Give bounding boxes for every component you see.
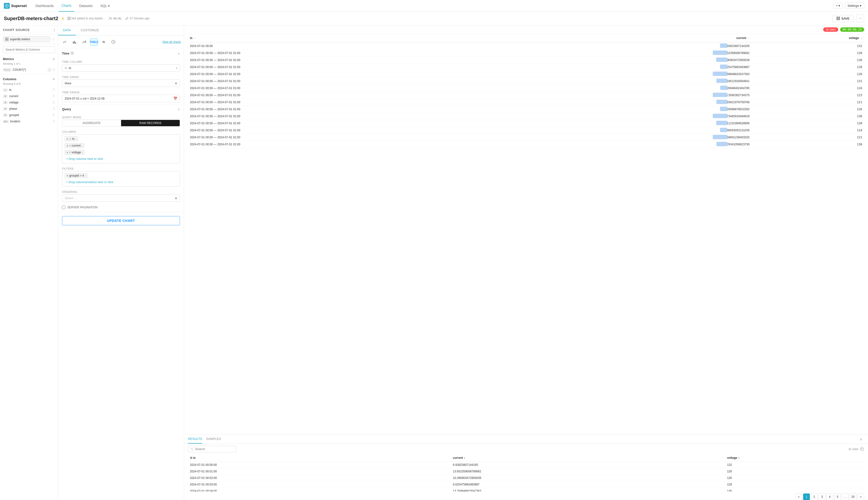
rows-badge: 1k rows bbox=[823, 27, 838, 32]
query-section-header[interactable]: Query ∧ bbox=[58, 104, 184, 114]
dashboard-meta: Not added to any dashb... bbox=[67, 17, 105, 20]
col-type-groupid: # bbox=[3, 114, 8, 117]
nav-sql[interactable]: SQL ▾ bbox=[97, 0, 112, 12]
time-range-group: TIME RANGE 2024-07-01 ≤ col < 2024-12-06… bbox=[58, 89, 184, 104]
result-cell-ts: 2024-07-01 00:03:00 bbox=[188, 481, 451, 488]
metric-drag-handle[interactable]: ⠿ bbox=[53, 68, 55, 72]
time-range-input[interactable]: 2024-07-01 ≤ col < 2024-12-06 📅 bbox=[62, 95, 180, 102]
ordering-select[interactable]: Select ... ∨ bbox=[62, 194, 180, 202]
chart-type-time[interactable] bbox=[109, 38, 117, 46]
add-button[interactable]: + ▾ bbox=[833, 3, 843, 9]
time-column-group: TIME COLUMN ⊙ ts › bbox=[58, 58, 184, 73]
th-ts[interactable]: ts ↕ bbox=[188, 34, 542, 42]
metrics-collapse-icon[interactable]: ∧ bbox=[53, 57, 55, 61]
favorite-star-icon[interactable]: ★ bbox=[61, 16, 65, 20]
save-icon bbox=[836, 17, 840, 20]
page-4-button[interactable]: 4 bbox=[826, 493, 833, 500]
chart-type-bar[interactable] bbox=[71, 38, 79, 46]
cell-voltage: 123 bbox=[752, 92, 864, 99]
chart-type-line[interactable] bbox=[61, 38, 69, 46]
results-collapse-icon[interactable]: ∧ bbox=[858, 437, 864, 441]
cell-current: 10.083621978759766 bbox=[542, 99, 752, 106]
col-drag-ts[interactable]: ⠿ bbox=[53, 88, 55, 92]
th-current[interactable]: current ↕ bbox=[542, 34, 752, 42]
more-options-button[interactable]: ··· bbox=[857, 14, 864, 22]
rth-voltage[interactable]: voltage ↕ bbox=[725, 454, 864, 462]
result-cell-voltage: 129 bbox=[725, 481, 864, 488]
datasource-more-icon[interactable]: ⋮ bbox=[51, 37, 55, 41]
page-3-button[interactable]: 3 bbox=[819, 493, 825, 500]
ordering-label: ORDERING bbox=[62, 190, 180, 193]
next-page-button[interactable]: » bbox=[857, 493, 864, 500]
nav-datasets[interactable]: Datasets bbox=[76, 0, 95, 12]
cell-voltage: 121 bbox=[752, 134, 864, 141]
search-metrics-input[interactable] bbox=[3, 46, 55, 53]
columns-input[interactable]: ✕ ⊙ ts › ✕ # current › bbox=[62, 134, 180, 163]
rth-current[interactable]: current ↕ bbox=[451, 454, 725, 462]
metric-label: COUNT(*) bbox=[13, 68, 46, 71]
tab-data[interactable]: DATA bbox=[58, 25, 76, 35]
server-pagination-checkbox[interactable] bbox=[62, 206, 66, 209]
add-filter-button[interactable]: + Drop columns/metrics here or click bbox=[64, 180, 178, 185]
col-drag-groupid[interactable]: ⠿ bbox=[53, 113, 55, 117]
page-2-button[interactable]: 2 bbox=[811, 493, 818, 500]
svg-rect-16 bbox=[74, 41, 75, 44]
chart-type-table[interactable]: TABLE bbox=[90, 38, 98, 46]
time-collapse-icon[interactable]: ∧ bbox=[178, 52, 180, 55]
collapse-left-icon[interactable]: ⟨ bbox=[54, 28, 55, 32]
columns-collapse-icon[interactable]: ∧ bbox=[53, 77, 55, 81]
showing-columns-text: Showing 6 of 6 bbox=[0, 82, 58, 87]
results-search-input[interactable] bbox=[195, 447, 234, 451]
view-all-charts[interactable]: View all charts bbox=[162, 40, 181, 44]
column-groupid: # groupid ⠿ bbox=[0, 112, 58, 118]
col-drag-phase[interactable]: ⠿ bbox=[53, 107, 55, 111]
th-voltage[interactable]: voltage ↕ bbox=[752, 34, 864, 42]
time-grain-select[interactable]: Hour ∨ bbox=[62, 79, 180, 87]
time-section-header[interactable]: Time ⓘ ∧ bbox=[58, 48, 184, 58]
datasource-tag[interactable]: superdb.meters bbox=[3, 36, 50, 42]
save-button[interactable]: SAVE bbox=[832, 15, 854, 22]
page-20-button[interactable]: 20 bbox=[849, 493, 856, 500]
col-drag-current[interactable]: ⠿ bbox=[53, 94, 55, 98]
mode-raw-records[interactable]: RAW RECORDS bbox=[121, 120, 180, 126]
chart-table-container: ts ↕ current ↕ voltage ↕ 2024-07-01 00:0… bbox=[184, 34, 868, 434]
prev-page-button[interactable]: « bbox=[795, 493, 802, 500]
tab-samples[interactable]: SAMPLES bbox=[206, 435, 221, 444]
settings-button[interactable]: Settings ▾ bbox=[845, 3, 864, 9]
mode-aggregate[interactable]: AGGREGATE bbox=[62, 120, 121, 126]
svg-rect-7 bbox=[837, 17, 839, 18]
update-chart-button[interactable]: UPDATE CHART bbox=[62, 216, 180, 225]
chart-type-area[interactable] bbox=[80, 38, 88, 46]
copy-icon[interactable] bbox=[860, 447, 864, 451]
col-drag-location[interactable]: ⠿ bbox=[53, 120, 55, 123]
cell-voltage: 136 bbox=[752, 113, 864, 120]
rth-ts[interactable]: ⊙ ts bbox=[188, 454, 451, 462]
tab-customize[interactable]: CUSTOMIZE bbox=[76, 25, 104, 35]
column-tag-ts-arrow[interactable]: › bbox=[75, 137, 76, 140]
nav-charts[interactable]: Charts bbox=[59, 0, 74, 12]
filters-input[interactable]: ✕ groupid = 4 › + Drop columns/metrics h… bbox=[62, 171, 180, 186]
page-5-button[interactable]: 5 bbox=[834, 493, 841, 500]
tab-results[interactable]: RESULTS bbox=[188, 435, 202, 444]
add-column-button[interactable]: + Drop columns here or click bbox=[64, 156, 178, 162]
filter-tag-arrow[interactable]: › bbox=[85, 174, 86, 177]
page-1-button[interactable]: 1 bbox=[803, 493, 810, 500]
column-tag-ts: ✕ ⊙ ts › bbox=[65, 136, 78, 141]
dashboard-icon bbox=[67, 17, 71, 20]
query-mode-radio: AGGREGATE RAW RECORDS bbox=[62, 120, 180, 126]
filters-group: FILTERS ✕ groupid = 4 › + Drop columns/m… bbox=[58, 165, 184, 189]
column-tag-voltage-arrow[interactable]: › bbox=[82, 151, 83, 154]
time-column-label: TIME COLUMN bbox=[62, 60, 180, 63]
time-column-select[interactable]: ⊙ ts › bbox=[62, 64, 180, 72]
header-meta: Not added to any dashb... dkj dkj 37 min… bbox=[67, 17, 830, 20]
query-collapse-icon[interactable]: ∧ bbox=[178, 107, 180, 111]
datasource-name: superdb.meters bbox=[10, 37, 30, 41]
col-drag-voltage[interactable]: ⠿ bbox=[53, 101, 55, 104]
nav-dashboards[interactable]: Dashboards bbox=[33, 0, 57, 12]
column-tag-current-arrow[interactable]: › bbox=[82, 144, 83, 147]
table-row: 2024-07-01 00:00 — 2024-07-01 01:0010.17… bbox=[188, 141, 864, 148]
brand-logo[interactable]: Superset bbox=[4, 3, 27, 9]
chart-type-4k[interactable]: 4k bbox=[100, 38, 107, 46]
cell-ts: 2024-07-01 00:00 — 2024-07-01 01:00 bbox=[188, 134, 542, 141]
time-range-label: TIME RANGE bbox=[62, 91, 180, 94]
